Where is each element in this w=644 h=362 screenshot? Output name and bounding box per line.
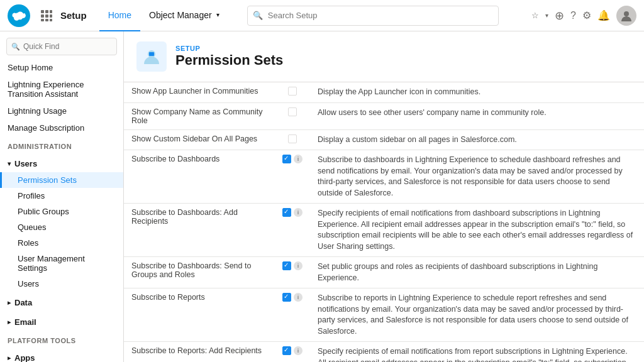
- table-row: Show App Launcher in CommunitiesDisplay …: [124, 82, 644, 102]
- checkbox[interactable]: [288, 134, 297, 143]
- checkbox[interactable]: [282, 155, 291, 163]
- sidebar-item-profiles[interactable]: Profiles: [0, 188, 123, 204]
- tab-object-manager[interactable]: Object Manager ▾: [140, 0, 228, 31]
- svg-rect-8: [50, 19, 52, 21]
- app-launcher-icon[interactable]: [38, 7, 55, 25]
- checkbox[interactable]: [282, 346, 291, 355]
- section-platform-tools: PLATFORM TOOLS: [0, 331, 123, 347]
- top-nav: Setup Home Object Manager ▾ 🔍 ☆ ▾ ⊕ ? ⚙ …: [0, 0, 644, 31]
- page-header-text: SETUP Permission Sets: [175, 45, 283, 69]
- avatar[interactable]: [616, 6, 636, 26]
- sidebar-item-lightning-transition[interactable]: Lightning Experience Transition Assistan…: [0, 76, 123, 102]
- chevron-right-icon: ▸: [8, 319, 11, 326]
- row-name: Subscribe to Dashboards: Add Recipients: [124, 204, 275, 257]
- table-row: Subscribe to DashboardsiSubscribe to das…: [124, 150, 644, 204]
- right-icons: ☆ ▾ ⊕ ? ⚙ 🔔: [531, 6, 636, 26]
- info-icon[interactable]: i: [294, 261, 303, 270]
- settings-icon[interactable]: ⚙: [582, 9, 591, 21]
- quick-find-container: 🔍: [0, 31, 123, 59]
- table-row: Subscribe to Reports: Add RecipientsiSpe…: [124, 342, 644, 363]
- svg-rect-2: [50, 10, 52, 13]
- search-input[interactable]: [247, 6, 499, 26]
- row-name: Subscribe to Dashboards: [124, 150, 275, 204]
- svg-rect-1: [45, 10, 48, 13]
- chevron-down-icon: ▾: [8, 160, 11, 167]
- row-checkbox-cell: i: [275, 204, 310, 257]
- group-users-label[interactable]: ▾ Users: [0, 155, 123, 172]
- add-icon[interactable]: ⊕: [555, 9, 564, 23]
- favorites-icon[interactable]: ☆: [531, 11, 539, 20]
- svg-rect-11: [149, 52, 154, 56]
- info-icon[interactable]: i: [294, 346, 303, 355]
- checkbox[interactable]: [288, 107, 297, 116]
- quick-find-input[interactable]: [6, 38, 117, 55]
- main-layout: 🔍 Setup Home Lightning Experience Transi…: [0, 31, 644, 362]
- section-administration: ADMINISTRATION: [0, 136, 123, 153]
- page-header: SETUP Permission Sets: [124, 31, 644, 82]
- app-name: Setup: [60, 10, 87, 21]
- row-name: Subscribe to Reports: [124, 288, 275, 342]
- sidebar-item-roles[interactable]: Roles: [0, 235, 123, 251]
- group-users: ▾ Users Permission Sets Profiles Public …: [0, 155, 123, 292]
- group-data-label[interactable]: ▸ Data: [0, 294, 123, 311]
- search-bar: 🔍: [247, 6, 499, 26]
- checkbox[interactable]: [282, 261, 291, 270]
- info-icon[interactable]: i: [294, 208, 303, 217]
- table-row: Show Company Name as Community RoleAllow…: [124, 102, 644, 129]
- svg-rect-4: [45, 14, 48, 18]
- help-icon[interactable]: ?: [570, 10, 576, 21]
- tab-home[interactable]: Home: [99, 0, 140, 31]
- sidebar-item-public-groups[interactable]: Public Groups: [0, 204, 123, 219]
- row-description: Display the App Launcher icon in communi…: [310, 82, 644, 102]
- sidebar-item-permission-sets[interactable]: Permission Sets: [0, 172, 123, 188]
- checkbox[interactable]: [288, 87, 297, 96]
- row-name: Subscribe to Dashboards: Send to Groups …: [124, 257, 275, 288]
- row-checkbox-cell: i: [275, 257, 310, 288]
- svg-rect-6: [41, 19, 44, 21]
- chevron-right-icon: ▸: [8, 299, 11, 306]
- svg-rect-0: [41, 10, 44, 13]
- sidebar-item-lightning-usage[interactable]: Lightning Usage: [0, 102, 123, 119]
- info-icon[interactable]: i: [294, 293, 303, 302]
- sidebar-item-setup-home[interactable]: Setup Home: [0, 59, 123, 76]
- row-description: Subscribe to reports in Lightning Experi…: [310, 288, 644, 342]
- row-name: Show App Launcher in Communities: [124, 82, 275, 102]
- permission-table: Show App Launcher in CommunitiesDisplay …: [124, 82, 644, 362]
- row-name: Show Custom Sidebar On All Pages: [124, 129, 275, 150]
- favorites-dropdown-icon[interactable]: ▾: [545, 12, 548, 19]
- main-content: SETUP Permission Sets Show App Launcher …: [124, 31, 644, 362]
- row-description: Display a custom sidebar on all pages in…: [310, 129, 644, 150]
- sidebar-item-manage-subscription[interactable]: Manage Subscription: [0, 119, 123, 136]
- group-email-label[interactable]: ▸ Email: [0, 314, 123, 331]
- svg-rect-3: [41, 14, 44, 18]
- row-description: Allow users to see other users' company …: [310, 102, 644, 129]
- table-wrap: Show App Launcher in CommunitiesDisplay …: [124, 82, 644, 362]
- row-checkbox-cell: i: [275, 342, 310, 363]
- row-checkbox-cell: [275, 102, 310, 129]
- info-icon[interactable]: i: [294, 155, 303, 163]
- row-description: Specify recipients of email notification…: [310, 342, 644, 363]
- sidebar-item-user-management-settings[interactable]: User Management Settings: [0, 251, 123, 276]
- chevron-right-icon: ▸: [8, 354, 11, 361]
- row-description: Specify recipients of email notification…: [310, 204, 644, 257]
- group-apps-label[interactable]: ▸ Apps: [0, 349, 123, 362]
- sidebar-item-users[interactable]: Users: [0, 276, 123, 292]
- sidebar: 🔍 Setup Home Lightning Experience Transi…: [0, 31, 124, 362]
- svg-rect-5: [50, 14, 52, 18]
- checkbox[interactable]: [282, 208, 291, 217]
- sidebar-item-queues[interactable]: Queues: [0, 219, 123, 235]
- page-icon-wrap: [136, 41, 167, 72]
- checkbox[interactable]: [282, 293, 291, 302]
- salesforce-logo[interactable]: [8, 4, 30, 27]
- row-description: Set public groups and roles as recipient…: [310, 257, 644, 288]
- row-checkbox-cell: [275, 82, 310, 102]
- setup-label: SETUP: [175, 45, 283, 52]
- notifications-icon[interactable]: 🔔: [597, 9, 610, 21]
- table-row: Subscribe to Dashboards: Send to Groups …: [124, 257, 644, 288]
- chevron-down-icon: ▾: [216, 11, 219, 18]
- row-description: Subscribe to dashboards in Lightning Exp…: [310, 150, 644, 204]
- row-name: Show Company Name as Community Role: [124, 102, 275, 129]
- row-checkbox-cell: [275, 129, 310, 150]
- row-checkbox-cell: i: [275, 150, 310, 204]
- group-apps: ▸ Apps: [0, 349, 123, 362]
